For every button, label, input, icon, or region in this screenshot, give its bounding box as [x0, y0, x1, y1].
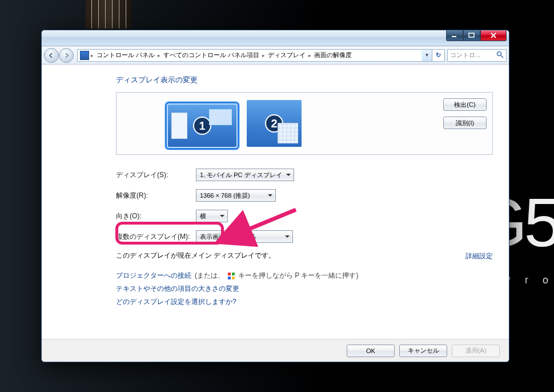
monitor-2[interactable]: 2: [247, 100, 302, 147]
back-button[interactable]: [44, 48, 59, 63]
orientation-label: 向き(O):: [116, 211, 196, 221]
search-input[interactable]: コントロ...: [447, 49, 507, 62]
main-display-note: このディスプレイが現在メイン ディスプレイです。: [116, 251, 493, 261]
windows-key-icon: [228, 273, 235, 279]
svg-line-3: [501, 55, 503, 58]
close-button[interactable]: [480, 30, 507, 41]
cancel-button[interactable]: キャンセル: [399, 345, 447, 357]
breadcrumb-item[interactable]: 画面の解像度: [312, 51, 354, 59]
resolution-select[interactable]: 1366 × 768 (推奨): [196, 189, 276, 202]
navigation-bar: ▸ コントロール パネル ▸ すべてのコントロール パネル項目 ▸ ディスプレイ…: [42, 46, 509, 65]
annotation-arrow: [233, 204, 302, 238]
apply-button[interactable]: 適用(A): [452, 345, 500, 357]
minimize-button[interactable]: [446, 30, 463, 41]
svg-rect-1: [469, 33, 474, 37]
advanced-settings-link[interactable]: 詳細設定: [465, 251, 493, 261]
address-dropdown[interactable]: ▼: [421, 50, 432, 61]
breadcrumb-item[interactable]: コントロール パネル: [94, 51, 157, 59]
brand-subtext: P r o: [504, 274, 554, 286]
resolution-label: 解像度(R):: [116, 191, 196, 201]
svg-rect-0: [452, 36, 456, 37]
monitor-arrangement-box[interactable]: 1 2 検出(C) 識別(I): [116, 92, 493, 155]
multi-display-label: 複数のディスプレイ(M):: [116, 232, 196, 242]
text-size-link[interactable]: テキストやその他の項目の大きさの変更: [116, 284, 239, 294]
svg-line-4: [243, 210, 296, 231]
control-panel-icon: [80, 51, 89, 60]
dialog-footer: OK キャンセル 適用(A): [42, 339, 509, 362]
breadcrumb-item[interactable]: すべてのコントロール パネル項目: [161, 51, 262, 59]
ok-button[interactable]: OK: [347, 345, 395, 357]
breadcrumb-sep: ▸: [90, 53, 94, 58]
forward-button[interactable]: [59, 48, 74, 63]
detect-button[interactable]: 検出(C): [443, 98, 487, 111]
display-label: ディスプレイ(S):: [116, 170, 196, 180]
identify-button[interactable]: 識別(I): [443, 117, 487, 129]
maximize-button[interactable]: [463, 30, 480, 41]
window-titlebar[interactable]: [42, 30, 509, 46]
breadcrumb-item[interactable]: ディスプレイ: [266, 51, 308, 59]
which-settings-link[interactable]: どのディスプレイ設定を選択しますか?: [116, 297, 236, 307]
search-placeholder: コントロ...: [450, 51, 480, 59]
guitar-neck-deco: [86, 0, 131, 29]
explorer-window: ▸ コントロール パネル ▸ すべてのコントロール パネル項目 ▸ ディスプレイ…: [41, 30, 509, 362]
monitor-1[interactable]: 1: [168, 105, 236, 147]
content-area: ディスプレイ表示の変更 1 2 検出(C) 識別(I) ディスプレイ(S):: [42, 65, 509, 339]
page-title: ディスプレイ表示の変更: [116, 75, 493, 85]
svg-point-2: [497, 52, 501, 56]
refresh-button[interactable]: ↻: [432, 50, 444, 61]
search-icon: [496, 51, 504, 59]
orientation-select[interactable]: 横: [196, 210, 228, 222]
display-select[interactable]: 1. モバイル PC ディスプレイ: [196, 169, 294, 181]
projector-link[interactable]: プロジェクターへの接続: [116, 271, 191, 281]
address-bar[interactable]: ▸ コントロール パネル ▸ すべてのコントロール パネル項目 ▸ ディスプレイ…: [77, 49, 445, 62]
